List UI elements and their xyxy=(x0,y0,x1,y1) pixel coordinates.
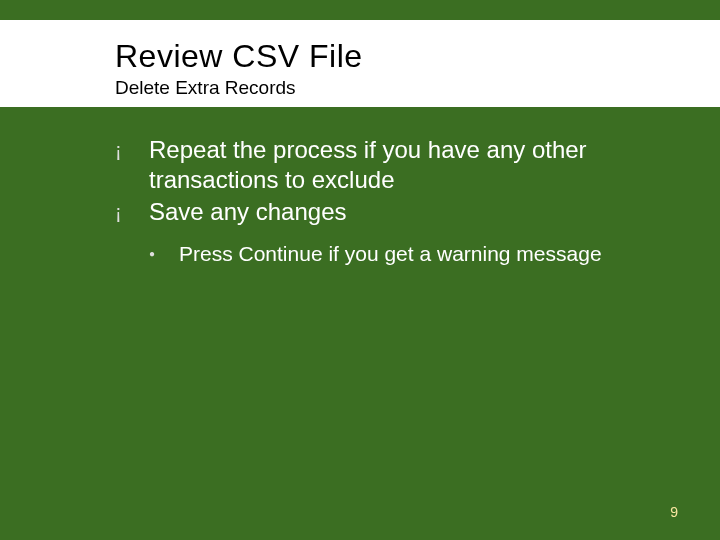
bullet-mark-icon: ¡ xyxy=(115,197,149,227)
sub-bullet-item: ● Press Continue if you get a warning me… xyxy=(149,241,660,267)
slide-header: Review CSV File Delete Extra Records xyxy=(0,20,720,107)
bullet-text: Repeat the process if you have any other… xyxy=(149,135,660,195)
bullet-mark-icon: ¡ xyxy=(115,135,149,165)
sub-bullet-mark-icon: ● xyxy=(149,241,179,267)
slide-title: Review CSV File xyxy=(0,38,720,75)
slide-subtitle: Delete Extra Records xyxy=(0,77,720,99)
slide-content: ¡ Repeat the process if you have any oth… xyxy=(0,107,720,267)
bullet-item: ¡ Save any changes xyxy=(115,197,660,227)
bullet-text: Save any changes xyxy=(149,197,346,227)
bullet-item: ¡ Repeat the process if you have any oth… xyxy=(115,135,660,195)
page-number: 9 xyxy=(670,504,678,520)
sub-bullet-text: Press Continue if you get a warning mess… xyxy=(179,241,602,267)
